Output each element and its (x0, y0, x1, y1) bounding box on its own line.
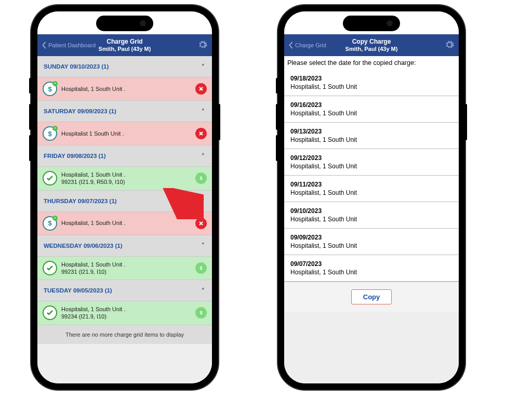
copy-date-option[interactable]: 09/12/2023Hospitalist, 1 South Unit (284, 149, 459, 176)
copy-date-option[interactable]: 09/09/2023Hospitalist, 1 South Unit (284, 229, 459, 255)
day-header[interactable]: WEDNESDAY 09/06/2023 (1)˄ (37, 235, 212, 257)
chevron-up-icon: ˄ (202, 63, 205, 70)
option-date: 09/18/2023 (290, 75, 453, 82)
charge-dollar-icon: $+ (43, 82, 57, 96)
svg-text:$: $ (200, 265, 202, 271)
charge-row[interactable]: Hospitalist, 1 South Unit .99231 (I21.9,… (37, 257, 212, 281)
option-meta: Hospitalist, 1 South Unit (290, 83, 453, 90)
option-date: 09/12/2023 (290, 154, 453, 162)
charge-text: Hospitalist, 1 South Unit .99234 (I21.9,… (61, 305, 126, 321)
back-label: Patient Dashboard (48, 42, 96, 48)
status-error-icon[interactable] (195, 128, 207, 139)
charge-row[interactable]: $+Hospitalist, 1 South Unit . (37, 212, 212, 235)
chevron-up-icon: ˄ (202, 108, 205, 115)
status-error-icon[interactable] (195, 83, 207, 95)
dynamic-island (96, 16, 153, 31)
status-dollar-icon[interactable]: $ (195, 307, 207, 318)
gear-icon (197, 39, 208, 50)
day-header[interactable]: FRIDAY 09/08/2023 (1)˄ (37, 145, 212, 167)
status-error-icon[interactable] (195, 218, 207, 229)
day-header[interactable]: TUESDAY 09/05/2023 (1)˄ (37, 280, 212, 301)
day-header[interactable]: SUNDAY 09/10/2023 (1)˄ (37, 56, 212, 77)
svg-text:$: $ (200, 176, 202, 181)
patient-name: Smith, Paul (43y M) (99, 46, 151, 52)
charge-complete-icon (43, 261, 57, 275)
page-title: Charge Grid (99, 38, 151, 45)
patient-name: Smith, Paul (43y M) (345, 46, 398, 52)
option-date: 09/09/2023 (290, 234, 453, 241)
back-button[interactable]: Patient Dashboard (42, 42, 96, 49)
charge-row[interactable]: Hospitalist, 1 South Unit .99234 (I21.9,… (37, 301, 212, 325)
charge-text: Hospitalist, 1 South Unit .99231 (I21.9,… (61, 261, 126, 276)
settings-button[interactable] (444, 39, 455, 51)
option-meta: Hospitalist, 1 South Unit (290, 163, 453, 170)
charge-text: Hospitalist, 1 South Unit . (61, 219, 126, 227)
chevron-up-icon: ˄ (202, 153, 205, 159)
svg-text:$: $ (200, 310, 202, 315)
charge-row[interactable]: $+Hospitalist, 1 South Unit . (37, 77, 212, 101)
option-date: 09/13/2023 (290, 128, 453, 135)
charge-text: Hospitalist, 1 South Unit . (61, 85, 126, 92)
chevron-up-icon: ˄ (202, 242, 205, 249)
option-meta: Hospitalist, 1 South Unit (290, 269, 453, 276)
chevron-left-icon (42, 42, 47, 49)
instruction-text: Please select the date for the copied ch… (284, 56, 459, 70)
option-meta: Hospitalist, 1 South Unit (290, 189, 453, 196)
chevron-up-icon: ˄ (202, 197, 205, 204)
option-meta: Hospitalist, 1 South Unit (290, 136, 453, 143)
charge-row[interactable]: Hospitalist, 1 South Unit .99231 (I21.9,… (37, 167, 212, 191)
copy-date-option[interactable]: 09/07/2023Hospitalist, 1 South Unit (284, 255, 459, 282)
copy-date-option[interactable]: 09/10/2023Hospitalist, 1 South Unit (284, 202, 459, 229)
copy-date-option[interactable]: 09/13/2023Hospitalist, 1 South Unit (284, 123, 459, 149)
dynamic-island (343, 16, 400, 31)
option-date: 09/07/2023 (290, 260, 453, 268)
no-more-items: There are no more charge grid items to d… (37, 325, 212, 344)
back-button[interactable]: Charge Grid (288, 42, 326, 49)
phone-frame-left: Patient Dashboard Charge Grid Smith, Pau… (31, 5, 218, 390)
status-dollar-icon[interactable]: $ (195, 262, 207, 274)
option-meta: Hospitalist, 1 South Unit (290, 110, 453, 117)
copy-button[interactable]: Copy (351, 289, 392, 304)
phone-frame-right: Charge Grid Copy Charge Smith, Paul (43y… (278, 5, 465, 390)
option-meta: Hospitalist, 1 South Unit (290, 242, 453, 249)
gear-icon (444, 39, 455, 50)
back-label: Charge Grid (295, 42, 326, 48)
charge-text: Hospitalist, 1 South Unit .99231 (I21.9,… (61, 171, 126, 186)
charge-complete-icon (43, 171, 57, 185)
charge-row[interactable]: $+Hospitalist 1 South Unit . (37, 122, 212, 145)
option-meta: Hospitalist, 1 South Unit (290, 216, 453, 223)
charge-complete-icon (43, 305, 57, 320)
chevron-left-icon (288, 42, 294, 49)
app-header: Charge Grid Copy Charge Smith, Paul (43y… (284, 34, 459, 56)
day-header[interactable]: SATURDAY 09/09/2023 (1)˄ (37, 101, 212, 122)
charge-dollar-icon: $+ (43, 216, 57, 231)
copy-date-option[interactable]: 09/18/2023Hospitalist, 1 South Unit (284, 70, 459, 96)
copy-date-option[interactable]: 09/16/2023Hospitalist, 1 South Unit (284, 96, 459, 123)
chevron-up-icon: ˄ (202, 287, 205, 294)
status-dollar-icon[interactable]: $ (195, 172, 207, 184)
option-date: 09/10/2023 (290, 207, 453, 215)
app-header: Patient Dashboard Charge Grid Smith, Pau… (37, 34, 212, 56)
page-title: Copy Charge (345, 38, 398, 45)
charge-text: Hospitalist 1 South Unit . (61, 130, 124, 137)
day-header[interactable]: THURSDAY 09/07/2023 (1)˄ (37, 191, 212, 212)
charge-dollar-icon: $+ (43, 126, 57, 141)
option-date: 09/16/2023 (290, 101, 453, 109)
settings-button[interactable] (197, 39, 208, 51)
option-date: 09/11/2023 (290, 181, 453, 188)
copy-date-option[interactable]: 09/11/2023Hospitalist, 1 South Unit (284, 176, 459, 202)
